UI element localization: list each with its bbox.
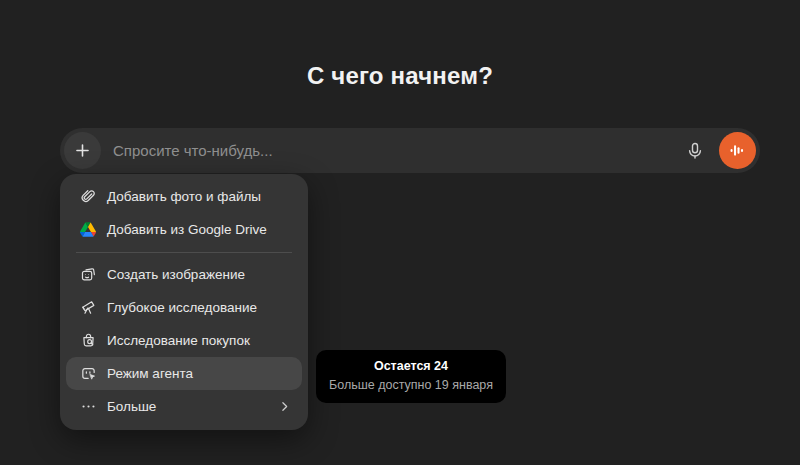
plus-icon (73, 141, 92, 160)
attach-plus-button[interactable] (64, 132, 101, 169)
dictate-button[interactable] (679, 135, 711, 167)
agent-mode-icon (78, 364, 98, 384)
more-ellipsis-icon (78, 397, 98, 417)
menu-item-create-image[interactable]: Создать изображение (66, 258, 302, 291)
voice-mode-button[interactable] (719, 132, 756, 169)
menu-item-shopping-research[interactable]: Исследование покупок (66, 324, 302, 357)
menu-divider (76, 252, 292, 253)
voice-wave-icon (728, 141, 747, 160)
create-image-icon (78, 265, 98, 285)
menu-item-label: Глубокое исследование (107, 300, 257, 315)
menu-item-label: Исследование покупок (107, 333, 250, 348)
menu-item-label: Добавить фото и файлы (107, 189, 261, 204)
menu-item-label: Больше (107, 399, 156, 414)
composer-bar (60, 128, 760, 173)
google-drive-icon (78, 220, 98, 240)
menu-item-add-photos-files[interactable]: Добавить фото и файлы (66, 180, 302, 213)
agent-mode-tooltip: Остается 24 Больше доступно 19 января (316, 350, 506, 403)
menu-item-label: Режим агента (107, 366, 193, 381)
menu-item-label: Добавить из Google Drive (107, 222, 267, 237)
app-window: С чего начнем? (0, 0, 800, 465)
tooltip-remaining-count: Остается 24 (329, 357, 493, 376)
tooltip-availability-note: Больше доступно 19 января (329, 376, 493, 395)
menu-item-agent-mode[interactable]: Режим агента (66, 357, 302, 390)
menu-item-label: Создать изображение (107, 267, 245, 282)
telescope-icon (78, 298, 98, 318)
menu-item-add-google-drive[interactable]: Добавить из Google Drive (66, 213, 302, 246)
prompt-input[interactable] (113, 142, 679, 159)
menu-item-more[interactable]: Больше (66, 390, 302, 423)
attach-menu: Добавить фото и файлы Добавить из Google… (60, 174, 308, 430)
menu-item-deep-research[interactable]: Глубокое исследование (66, 291, 302, 324)
shopping-research-icon (78, 331, 98, 351)
page-title: С чего начнем? (0, 62, 800, 90)
chevron-right-icon (276, 399, 292, 415)
microphone-icon (685, 141, 705, 161)
paperclip-icon (78, 187, 98, 207)
